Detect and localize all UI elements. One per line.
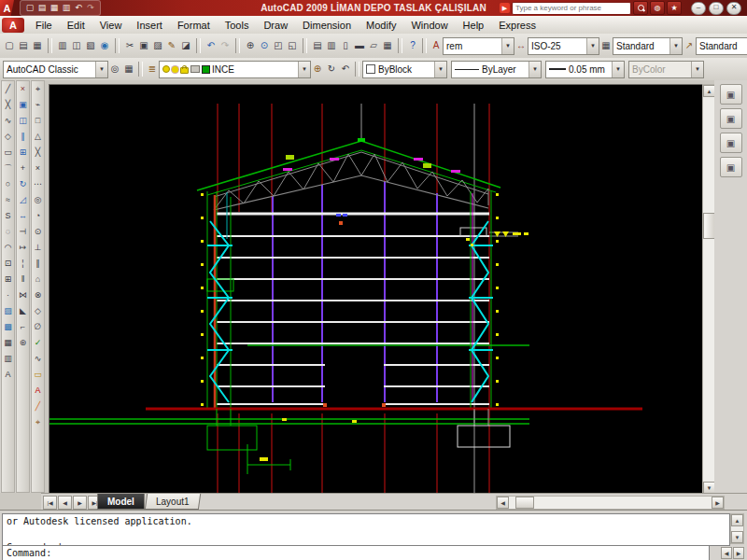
dim-style-combo[interactable]: ISO-25 ▼	[528, 37, 599, 55]
menu-view[interactable]: View	[92, 18, 130, 33]
snap-insert-icon[interactable]: ⌂	[32, 272, 44, 287]
snap-midpoint-icon[interactable]: △	[32, 129, 44, 145]
markup-set-manager-icon[interactable]: ▱	[367, 37, 380, 54]
break-icon[interactable]: ‖	[17, 272, 29, 287]
chevron-down-icon[interactable]: ▼	[529, 62, 541, 77]
menu-tools[interactable]: Tools	[218, 18, 257, 33]
chevron-down-icon[interactable]: ▼	[586, 38, 599, 54]
gradient-icon[interactable]: ▩	[2, 319, 14, 335]
menu-modify[interactable]: Modify	[359, 18, 403, 33]
3d-dwf-icon[interactable]: ◉	[98, 37, 111, 54]
save-icon[interactable]: ▦	[49, 3, 60, 14]
insert-block-icon[interactable]: ⊡	[2, 256, 14, 272]
horizontal-scrollbar[interactable]: ◀ ▶	[496, 496, 725, 510]
scroll-right-button[interactable]: ▶	[712, 497, 724, 509]
workspace-combo[interactable]: AutoCAD Classic ▼	[3, 61, 108, 78]
offset-icon[interactable]: ∥	[17, 129, 29, 145]
menu-edit[interactable]: Edit	[60, 18, 92, 33]
command-input[interactable]: Command:	[2, 545, 710, 560]
right-dock-button-4[interactable]: ▣	[720, 157, 742, 177]
command-history-scrollbar[interactable]: ▲ ▼	[730, 513, 744, 544]
extend-icon[interactable]: ↦	[17, 240, 29, 256]
layer-freeze-icon[interactable]	[172, 66, 178, 73]
rectangle-icon[interactable]: ▭	[2, 145, 14, 161]
snap-intersection-icon[interactable]: ╳	[32, 145, 44, 161]
array-icon[interactable]: ⊞	[17, 145, 29, 161]
tab-prev-button[interactable]: ◀	[58, 496, 72, 510]
tab-model[interactable]: Model	[97, 494, 145, 510]
help-icon[interactable]: ?	[406, 37, 419, 54]
horizontal-scrollbar-thumb[interactable]	[515, 497, 534, 509]
chevron-down-icon[interactable]: ▼	[298, 62, 310, 77]
layer-lock-icon[interactable]	[180, 67, 189, 74]
scroll-left-button[interactable]: ◀	[497, 497, 509, 509]
scroll-right-button[interactable]: ▶	[733, 547, 744, 559]
dim-style-icon[interactable]: ↔	[514, 37, 528, 54]
restore-button[interactable]: □	[709, 2, 724, 15]
new-file-icon[interactable]: ▢	[24, 3, 35, 14]
table-style-combo[interactable]: Standard ▼	[613, 37, 683, 55]
minimize-button[interactable]: –	[691, 2, 706, 15]
cut-icon[interactable]: ✂	[123, 37, 136, 54]
snap-from-icon[interactable]: ⌁	[32, 97, 44, 113]
scroll-down-button[interactable]: ▼	[731, 531, 743, 543]
scroll-left-button[interactable]: ◀	[721, 547, 732, 559]
menu-format[interactable]: Format	[170, 18, 218, 33]
chevron-down-icon[interactable]: ▼	[95, 62, 107, 77]
menu-draw[interactable]: Draw	[256, 18, 295, 33]
plot-icon[interactable]: ▥	[56, 37, 69, 54]
snap-nearest-icon[interactable]: ◇	[32, 303, 44, 319]
zoom-window-icon[interactable]: ◰	[272, 37, 285, 54]
multileader-style-combo[interactable]: Standard ▼	[696, 37, 747, 55]
command-history[interactable]: or Autodesk licensed application. Comman…	[2, 513, 730, 546]
undo-icon[interactable]: ↶	[73, 3, 84, 14]
copy-icon[interactable]: ▣	[17, 97, 29, 113]
hatch-icon[interactable]: ▨	[2, 303, 14, 319]
close-button[interactable]: ✕	[726, 2, 741, 15]
sheet-set-manager-icon[interactable]: ▬	[353, 37, 366, 54]
redo-icon[interactable]: ↷	[85, 3, 96, 14]
snap-none-icon[interactable]: ∅	[32, 319, 44, 335]
snap-quadrant-icon[interactable]: ◔	[32, 208, 44, 224]
text-tool-icon[interactable]: A	[32, 383, 44, 399]
right-dock-button-2[interactable]: ▣	[720, 108, 742, 129]
designcenter-icon[interactable]: ▥	[325, 37, 338, 54]
infocenter-arrow-icon[interactable]: ▶	[500, 3, 510, 13]
scroll-up-button[interactable]: ▲	[731, 514, 743, 526]
linetype-combo[interactable]: ByLayer ▼	[451, 61, 542, 78]
scale-icon[interactable]: ◿	[17, 192, 29, 208]
snap-tangent-icon[interactable]: ⊙	[32, 224, 44, 240]
ellipse-icon[interactable]: ◌	[2, 224, 14, 240]
save-icon[interactable]: ▦	[31, 37, 44, 54]
plot-preview-icon[interactable]: ◫	[70, 37, 83, 54]
infocenter-search-input[interactable]	[512, 2, 631, 15]
properties-icon[interactable]: ▤	[311, 37, 324, 54]
pan-icon[interactable]: ⊕	[244, 37, 257, 54]
explode-icon[interactable]: ⊛	[17, 335, 29, 351]
ellipse-arc-icon[interactable]: ◠	[2, 240, 14, 256]
block-editor-icon[interactable]: ◪	[179, 37, 192, 54]
color-combo[interactable]: ByBlock ▼	[362, 61, 447, 78]
autocad-logo-icon[interactable]: A	[0, 0, 14, 16]
snap-node-icon[interactable]: ⊗	[32, 287, 44, 303]
open-file-icon[interactable]: ▤	[17, 37, 30, 54]
menu-dimension[interactable]: Dimension	[295, 18, 359, 33]
measure-icon[interactable]: ▭	[32, 367, 44, 383]
search-button[interactable]	[633, 1, 648, 15]
menu-browser-button[interactable]: A	[2, 18, 24, 33]
zoom-previous-icon[interactable]: ◱	[286, 37, 299, 54]
redo-icon[interactable]: ↷	[218, 37, 232, 54]
mirror-icon[interactable]: ◫	[17, 113, 29, 129]
spline-icon[interactable]: S	[2, 208, 14, 224]
point-icon[interactable]: ·	[2, 287, 14, 303]
rotate-icon[interactable]: ↻	[17, 176, 29, 192]
temporary-track-point-icon[interactable]: ⌖	[32, 81, 44, 97]
break-at-point-icon[interactable]: ¦	[17, 256, 29, 272]
layer-color-swatch[interactable]	[202, 65, 210, 74]
chamfer-icon[interactable]: ◣	[17, 303, 29, 319]
menu-window[interactable]: Window	[403, 18, 455, 33]
layer-combo[interactable]: INCE ▼	[159, 61, 311, 78]
favorites-button[interactable]: ★	[667, 1, 682, 15]
chevron-down-icon[interactable]: ▼	[501, 38, 514, 54]
layer-plot-icon[interactable]	[190, 65, 200, 73]
